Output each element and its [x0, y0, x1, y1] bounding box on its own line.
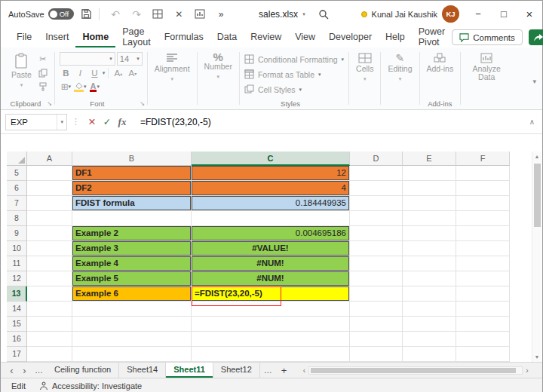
increase-font-size-button[interactable]: A▴: [112, 67, 124, 79]
cell-styles-item[interactable]: Cell Styles ▾: [244, 82, 344, 96]
ribbon-collapse-button[interactable]: ▾: [532, 78, 536, 85]
cell-D5[interactable]: [350, 166, 403, 181]
insert-function-button[interactable]: fx: [115, 115, 130, 130]
cell-D17[interactable]: [350, 347, 403, 362]
cell-F8[interactable]: [456, 211, 510, 226]
cell-E17[interactable]: [403, 347, 456, 362]
decrease-font-size-button[interactable]: A▾: [126, 67, 139, 79]
cell-E16[interactable]: [403, 332, 456, 347]
cell-B5[interactable]: DF1: [72, 166, 192, 181]
cell-C14[interactable]: [192, 302, 350, 317]
more-sheets-left-icon[interactable]: …: [31, 363, 47, 378]
autosave-toggle[interactable]: Off: [48, 8, 75, 20]
add-sheet-button[interactable]: +: [276, 363, 293, 378]
search-button[interactable]: [314, 5, 333, 23]
qat-button-1[interactable]: [149, 5, 167, 23]
qat-button-3[interactable]: [191, 5, 209, 23]
cell-B14[interactable]: [72, 302, 192, 317]
number-button[interactable]: % Number ▾: [202, 51, 235, 98]
redo-button[interactable]: ↷: [127, 5, 146, 23]
cell-C9[interactable]: 0.004695186: [192, 226, 350, 241]
menu-tab-insert[interactable]: Insert: [38, 27, 75, 47]
row-header-14[interactable]: 14: [7, 302, 27, 317]
cell-B9[interactable]: Example 2: [72, 226, 192, 241]
cell-D9[interactable]: [350, 226, 403, 241]
menu-tab-home[interactable]: Home: [75, 27, 115, 47]
cell-A5[interactable]: [27, 166, 72, 181]
format-as-table-item[interactable]: Format as Table ▾: [244, 67, 344, 81]
cell-F17[interactable]: [456, 347, 510, 362]
cell-F14[interactable]: [456, 302, 510, 317]
cell-E7[interactable]: [403, 196, 456, 211]
vertical-scrollbar[interactable]: ▲ ▼: [532, 152, 541, 362]
cut-button[interactable]: ✂: [36, 54, 50, 65]
sheet-tab-sheet12[interactable]: Sheet12: [213, 363, 260, 378]
cell-E8[interactable]: [403, 211, 456, 226]
scroll-down-icon[interactable]: ▼: [535, 352, 540, 362]
horizontal-scrollbar[interactable]: ‹ ›: [299, 363, 532, 378]
cell-D14[interactable]: [350, 302, 403, 317]
cell-A12[interactable]: [27, 271, 72, 286]
cell-A13[interactable]: [27, 286, 72, 302]
font-dialog-launcher-icon[interactable]: ↘: [140, 101, 145, 107]
cell-E5[interactable]: [403, 166, 456, 181]
column-header-A[interactable]: A: [27, 152, 72, 166]
cell-C13[interactable]: =FDIST(23,20,-5): [192, 286, 350, 302]
italic-button[interactable]: I: [74, 67, 87, 79]
cell-F10[interactable]: [456, 241, 510, 256]
cell-A7[interactable]: [27, 196, 72, 211]
column-header-B[interactable]: B: [72, 152, 192, 166]
copy-button[interactable]: [36, 67, 50, 78]
column-header-F[interactable]: F: [456, 152, 510, 166]
clipboard-dialog-launcher-icon[interactable]: ↘: [47, 101, 52, 107]
horizontal-scroll-thumb[interactable]: [311, 368, 516, 373]
formula-input[interactable]: =FDIST(23,20,-5): [140, 117, 526, 127]
font-name-select[interactable]: ▾: [60, 52, 115, 66]
accessibility-button[interactable]: Accessibility: Investigate: [39, 381, 142, 390]
menu-tab-formulas[interactable]: Formulas: [158, 27, 210, 47]
analyze-data-button[interactable]: Analyze Data: [465, 51, 508, 98]
underline-button[interactable]: U: [88, 67, 101, 79]
sheet-tab-sheet14[interactable]: Sheet14: [119, 363, 166, 378]
avatar[interactable]: KJ: [442, 5, 459, 23]
cell-F13[interactable]: [456, 286, 510, 302]
cell-B16[interactable]: [72, 332, 192, 347]
paste-button[interactable]: Paste ▾: [9, 51, 34, 98]
scroll-left-icon[interactable]: ‹: [299, 366, 308, 375]
row-header-6[interactable]: 6: [7, 181, 27, 196]
column-header-D[interactable]: D: [350, 152, 403, 166]
save-button[interactable]: [77, 5, 95, 23]
row-header-17[interactable]: 17: [7, 347, 27, 362]
more-sheets-right-icon[interactable]: …: [260, 363, 276, 378]
minimize-button[interactable]: −: [465, 1, 491, 27]
column-header-C[interactable]: C: [192, 152, 350, 166]
cell-C7[interactable]: 0.184449935: [192, 196, 350, 211]
cell-D15[interactable]: [350, 317, 403, 332]
cell-C8[interactable]: [192, 211, 350, 226]
cell-D12[interactable]: [350, 271, 403, 286]
cell-B6[interactable]: DF2: [72, 181, 192, 196]
menu-tab-data[interactable]: Data: [210, 27, 244, 47]
undo-button[interactable]: ↶: [106, 5, 124, 23]
cell-C5[interactable]: 12: [192, 166, 350, 181]
cell-C17[interactable]: [192, 347, 350, 362]
row-header-13[interactable]: 13: [7, 286, 27, 302]
maximize-button[interactable]: □: [491, 1, 517, 27]
cell-B10[interactable]: Example 3: [72, 241, 192, 256]
cell-B11[interactable]: Example 4: [72, 256, 192, 271]
cell-C6[interactable]: 4: [192, 181, 350, 196]
cell-E15[interactable]: [403, 317, 456, 332]
cell-D6[interactable]: [350, 181, 403, 196]
menu-tab-power-pivot[interactable]: Power Pivot: [412, 27, 452, 47]
cell-E9[interactable]: [403, 226, 456, 241]
cell-A9[interactable]: [27, 226, 72, 241]
drag-handle-icon[interactable]: ⋮: [72, 117, 80, 127]
cell-E6[interactable]: [403, 181, 456, 196]
menu-tab-page-layout[interactable]: Page Layout: [115, 27, 158, 47]
scroll-right-icon[interactable]: ›: [523, 366, 532, 375]
cell-D7[interactable]: [350, 196, 403, 211]
sheet-nav-left-button[interactable]: ‹: [5, 363, 18, 378]
name-box[interactable]: EXP ▾: [5, 114, 67, 130]
sheet-tab-ceiling-function[interactable]: Ceiling function: [47, 363, 119, 378]
cell-E12[interactable]: [403, 271, 456, 286]
